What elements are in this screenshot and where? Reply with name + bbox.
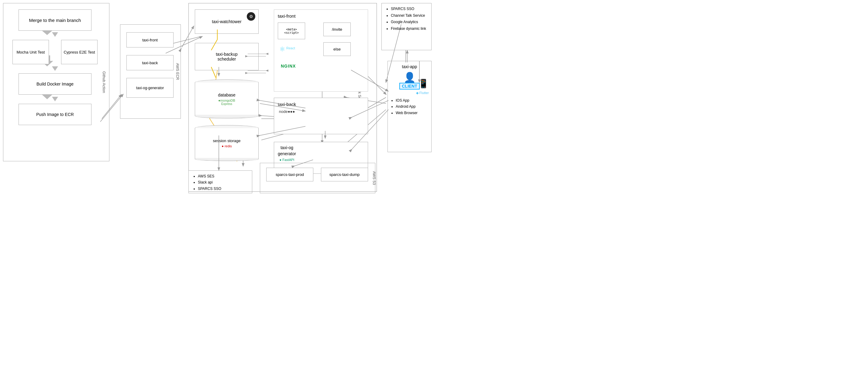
build-box: Build Docker Image — [19, 73, 91, 95]
push-label: Push Image to ECR — [36, 112, 74, 117]
else-box: else — [323, 42, 351, 56]
merge-label: Merge to the main branch — [29, 18, 81, 23]
push-box: Push Image to ECR — [19, 104, 91, 125]
meta-script-box: <meta><script> — [278, 23, 305, 39]
node-label: node●●● — [278, 109, 296, 114]
external-services-box: AWS SES Slack api SPARCS SSO — [188, 170, 252, 193]
backup-label: taxi-backupscheduler — [216, 52, 238, 61]
build-label: Build Docker Image — [36, 82, 73, 86]
client-list: IOS App Android App Web Browser — [390, 97, 429, 116]
ecr-taxi-back-label: taxi-back — [142, 61, 158, 65]
gear-icon: ⚙ — [247, 12, 255, 21]
ecr-taxi-front-label: taxi-front — [142, 38, 158, 42]
database-label: database — [218, 92, 236, 97]
cypress-label: Cypress E2E Test — [64, 50, 95, 54]
ios-item: IOS App — [396, 97, 429, 104]
channel-talk-service: Channel Talk Service — [391, 12, 428, 19]
session-cylinder: session storage ● redis — [195, 125, 259, 159]
client-label: CLIENT — [399, 83, 420, 89]
server-taxi-back: taxi-back node●●● — [274, 98, 368, 134]
watchtower-label: taxi-watchtower — [212, 19, 241, 24]
s3-dump: sparcs-taxi-dump — [321, 168, 368, 181]
top-services-box: SPARCS SSO Channel Talk Service Google A… — [381, 3, 432, 50]
github-action-container: Github Action Merge to the main branch M… — [3, 3, 110, 161]
sparcs-sso-service: SPARCS SSO — [391, 6, 428, 12]
server-taxi-front: taxi-front <meta><script> /invite ⚛ Reac… — [274, 9, 368, 92]
s3-prod: sparcs-taxi-prod — [266, 168, 313, 181]
android-item: Android App — [396, 104, 429, 110]
firebase-service: Firebase dynamic link — [391, 26, 428, 32]
google-analytics-service: Google Analytics — [391, 19, 428, 26]
aws-ses-item: AWS SES — [198, 173, 248, 179]
aws-ecr-container: AWS ECR taxi-front taxi-back taxi-og-gen… — [120, 24, 181, 119]
slack-item: Slack api — [198, 179, 248, 185]
mocha-label: Mocha Unit Test — [17, 50, 45, 54]
ecr-taxi-front: taxi-front — [126, 32, 174, 48]
fastapi-label: ● FastAPI — [278, 158, 296, 162]
merge-box: Merge to the main branch — [19, 9, 91, 31]
database-cylinder: database ●mongoDB Express — [195, 79, 259, 116]
react-label: React — [286, 46, 295, 50]
external-list: AWS SES Slack api SPARCS SSO — [192, 173, 248, 192]
invite-box: /invite — [323, 23, 351, 36]
backup-box: taxi-backupscheduler — [195, 43, 259, 70]
arrow-down-2 — [52, 66, 58, 71]
ecr-taxi-og-label: taxi-og-generator — [136, 86, 164, 90]
aws-s3-label: AWS S3 — [372, 171, 377, 185]
aws-ecr-label: AWS ECR — [175, 63, 180, 80]
ecr-taxi-og: taxi-og-generator — [126, 78, 174, 98]
watchtower-box: taxi-watchtower ⚙ — [195, 9, 259, 34]
mocha-box: Mocha Unit Test — [12, 40, 49, 64]
redis-label: ● redis — [222, 144, 232, 148]
client-container: taxi-app 👤 CLIENT 📱 ◆ Flutter IOS App An… — [388, 61, 432, 152]
nginx-label: NGINX — [281, 64, 296, 68]
arrow-down-1 — [52, 32, 58, 37]
cypress-box: Cypress E2E Test — [61, 40, 98, 64]
sparcs-sso-item: SPARCS SSO — [198, 186, 248, 192]
s3-prod-label: sparcs-taxi-prod — [276, 172, 304, 177]
flutter-label: ◆ Flutter — [390, 91, 429, 95]
react-icon: ⚛ — [279, 45, 285, 53]
services-list: SPARCS SSO Channel Talk Service Google A… — [385, 6, 428, 32]
mongodb-label: ●mongoDB — [218, 99, 235, 102]
express-label: Express — [221, 102, 232, 106]
aws-s3-container: AWS S3 sparcs-taxi-prod sparcs-taxi-dump — [260, 163, 375, 193]
architecture-diagram: Github Action Merge to the main branch M… — [0, 0, 434, 196]
s3-dump-label: sparcs-taxi-dump — [330, 172, 360, 177]
web-item: Web Browser — [396, 110, 429, 116]
ecr-taxi-back: taxi-back — [126, 55, 174, 70]
taxi-app-label: taxi-app — [390, 64, 429, 69]
github-action-label: Github Action — [101, 71, 106, 93]
session-label: session storage — [213, 138, 240, 143]
arrow-down-3 — [52, 97, 58, 101]
